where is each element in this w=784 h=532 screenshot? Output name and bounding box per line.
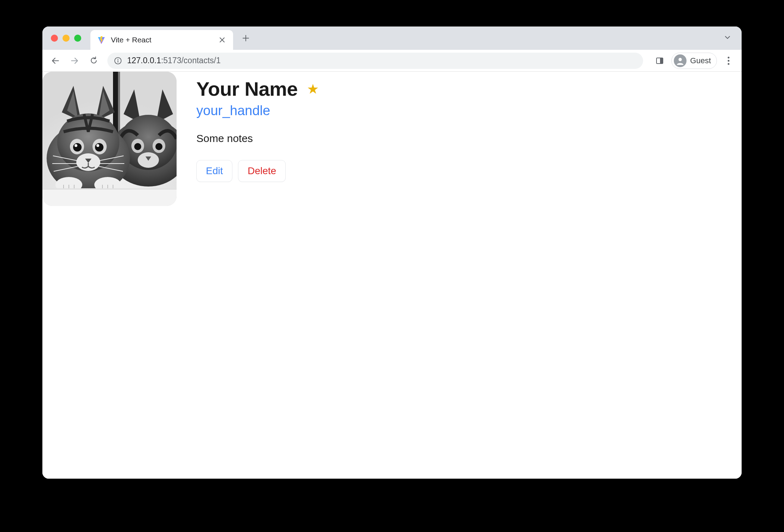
contact-actions: Edit Delete: [196, 160, 319, 182]
svg-point-9: [728, 57, 730, 58]
url-host: 127.0.0.1: [127, 56, 161, 65]
browser-toolbar: 127.0.0.1:5173/contacts/1 Guest: [42, 50, 742, 72]
profile-label: Guest: [690, 56, 711, 65]
svg-rect-41: [42, 188, 177, 206]
forward-button[interactable]: [66, 53, 83, 69]
browser-menu-button[interactable]: [720, 53, 737, 69]
delete-button[interactable]: Delete: [238, 160, 286, 182]
tab-bar: Vite + React: [42, 26, 742, 50]
svg-rect-42: [42, 188, 177, 190]
contact-notes: Some notes: [196, 132, 319, 144]
tab-close-button[interactable]: [218, 35, 227, 45]
contact-details: Your Name ★ your_handle Some notes Edit …: [196, 72, 319, 479]
url-text: 127.0.0.1:5173/contacts/1: [127, 56, 221, 65]
panel-toggle-icon[interactable]: [652, 53, 668, 69]
page-content: Your Name ★ your_handle Some notes Edit …: [42, 72, 742, 479]
window-maximize-button[interactable]: [74, 35, 81, 42]
svg-point-36: [96, 144, 99, 147]
profile-button[interactable]: Guest: [671, 53, 717, 69]
svg-point-33: [73, 143, 82, 152]
window-close-button[interactable]: [51, 35, 58, 42]
contact-card: Your Name ★ your_handle Some notes Edit …: [42, 72, 319, 479]
browser-tab[interactable]: Vite + React: [90, 30, 233, 50]
edit-button[interactable]: Edit: [196, 160, 232, 182]
svg-point-11: [728, 63, 730, 65]
address-bar[interactable]: 127.0.0.1:5173/contacts/1: [107, 53, 643, 69]
back-button[interactable]: [47, 53, 64, 69]
tabs-dropdown-button[interactable]: [724, 34, 731, 42]
svg-point-8: [679, 58, 682, 61]
svg-point-22: [134, 143, 141, 150]
window-controls: [51, 35, 81, 42]
svg-point-35: [75, 144, 77, 147]
svg-rect-6: [660, 58, 663, 64]
site-info-icon[interactable]: [114, 57, 122, 65]
svg-point-34: [95, 143, 103, 152]
contact-handle[interactable]: your_handle: [196, 103, 319, 118]
contact-avatar: [42, 72, 177, 206]
profile-avatar-icon: [674, 54, 687, 67]
window-minimize-button[interactable]: [63, 35, 70, 42]
reload-button[interactable]: [85, 53, 102, 69]
svg-point-10: [728, 60, 730, 61]
svg-point-21: [155, 143, 162, 150]
toolbar-right: Guest: [652, 53, 737, 69]
tab-title: Vite + React: [111, 36, 213, 44]
svg-point-3: [118, 59, 119, 60]
browser-window: Vite + React 127.0.0.1:5173/contac: [42, 26, 742, 479]
url-path: :5173/contacts/1: [161, 56, 221, 65]
svg-rect-4: [118, 60, 118, 62]
vite-favicon: [97, 35, 106, 45]
contact-name: Your Name: [196, 77, 298, 100]
name-row: Your Name ★: [196, 77, 319, 100]
favorite-star-icon[interactable]: ★: [307, 82, 319, 96]
new-tab-button[interactable]: [238, 30, 254, 46]
